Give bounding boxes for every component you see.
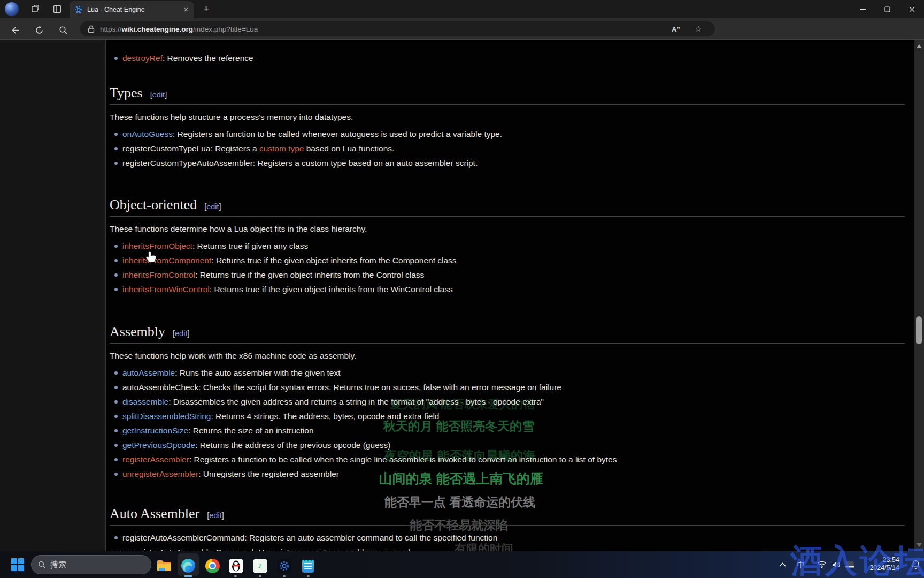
taskbar: 搜索 ♪	[0, 551, 924, 578]
address-bar[interactable]: https://wiki.cheatengine.org/index.php?t…	[80, 21, 715, 36]
bullet-dot	[114, 147, 118, 150]
bullet-list: inheritsFromObject: Returns true if give…	[110, 241, 905, 294]
edge-browser-icon[interactable]	[178, 555, 199, 576]
tray-chevron-icon[interactable]	[775, 551, 790, 578]
list-item-text: : Returns the address of the previous op…	[195, 440, 390, 450]
edit-link[interactable]: [edit]	[150, 90, 167, 99]
list-item-text: : Returns true if given any class	[192, 241, 308, 250]
wiki-section: Assembly[edit]These functions help work …	[110, 323, 905, 484]
wiki-link[interactable]: getPreviousOpcode	[122, 440, 195, 450]
back-icon[interactable]	[6, 22, 22, 38]
scrollbar-thumb[interactable]	[916, 316, 922, 344]
wiki-section: destroyRef: Removes the reference	[110, 46, 905, 68]
list-item-text: autoAssembleCheck: Checks the script for…	[122, 383, 561, 392]
maximize-button[interactable]	[875, 0, 899, 18]
read-aloud-icon[interactable]: A”	[668, 21, 684, 36]
list-item-text: : Removes the reference	[163, 54, 253, 63]
heading-text: Types	[110, 85, 143, 101]
browser-tab-active[interactable]: Lua - Cheat Engine ×	[70, 1, 194, 18]
section-heading: Types[edit]	[110, 85, 905, 105]
edit-link[interactable]: [edit]	[173, 329, 189, 338]
wiki-link[interactable]: registerAssembler	[122, 455, 189, 464]
taskbar-search-input[interactable]: 搜索	[31, 555, 151, 574]
list-item: inheritsFromControl: Returns true if the…	[110, 270, 905, 280]
list-item-text: : Returns true if the given object inher…	[211, 256, 456, 265]
wiki-link[interactable]: autoAssemble	[122, 368, 175, 377]
list-item: splitDisassembledString: Returns 4 strin…	[110, 412, 905, 421]
list-item-text: : Returns the size of an instruction	[188, 426, 313, 435]
list-item: getInstructionSize: Returns the size of …	[110, 426, 905, 436]
bullet-list: autoAssemble: Runs the auto assembler wi…	[110, 368, 905, 479]
wiki-link[interactable]: inheritsFromControl	[122, 270, 195, 279]
cheat-engine-favicon	[75, 6, 83, 14]
wiki-link[interactable]: unregisterAssembler	[122, 469, 198, 478]
list-item: onAutoGuess: Registers an function to be…	[110, 130, 905, 139]
url-text[interactable]: https://wiki.cheatengine.org/index.php?t…	[100, 25, 258, 33]
scroll-up-icon[interactable]	[917, 44, 922, 48]
wiki-link[interactable]: inheritsFromComponent	[122, 256, 211, 265]
bullet-dot	[114, 259, 118, 262]
list-item-text: : Returns true if the given object inher…	[210, 285, 453, 294]
bullet-list: destroyRef: Removes the reference	[110, 54, 905, 63]
bullet-dot	[114, 400, 118, 404]
close-button[interactable]	[899, 0, 924, 18]
heading-text: Assembly	[110, 324, 165, 339]
wiki-section: Types[edit]These functions help structur…	[110, 85, 905, 173]
minimize-button[interactable]	[850, 0, 875, 18]
list-item: registerCustomTypeLua: Registers a custo…	[110, 144, 905, 154]
wiki-content: destroyRef: Removes the reference Types[…	[110, 40, 905, 551]
wiki-link[interactable]: custom type	[259, 144, 304, 153]
wiki-link[interactable]: splitDisassembledString	[122, 412, 211, 421]
music-app-icon[interactable]: ♪	[249, 555, 271, 576]
list-item-text: registerCustomTypeLua: Registers a	[122, 144, 259, 153]
search-icon[interactable]	[55, 22, 71, 38]
wiki-link[interactable]: getInstructionSize	[122, 426, 188, 435]
list-item: unregisterAutoAssemblerCommand: Unregist…	[110, 547, 905, 551]
wiki-section: Auto Assembler[edit]registerAutoAssemble…	[110, 505, 905, 551]
qq-icon[interactable]	[225, 555, 247, 576]
bullet-dot	[114, 458, 118, 461]
notepad-icon[interactable]	[297, 555, 319, 576]
section-intro: These functions determine how a Lua obje…	[110, 224, 905, 234]
list-item: autoAssembleCheck: Checks the script for…	[110, 383, 905, 392]
bullet-dot	[114, 415, 118, 418]
bullet-dot	[114, 536, 118, 539]
browser-tabstrip: Lua - Cheat Engine × +	[0, 0, 924, 18]
desktop-screen: Lua - Cheat Engine × + https://wiki.che	[0, 0, 924, 578]
cheat-engine-taskbar-icon[interactable]	[273, 555, 295, 576]
list-item: disassemble: Disassembles the given addr…	[110, 397, 905, 407]
wiki-sidebar-gutter	[0, 40, 106, 551]
workspaces-icon[interactable]	[28, 2, 42, 16]
list-item-text: based on Lua functions.	[304, 144, 394, 153]
list-item-text: unregisterAutoAssemblerCommand: Unregist…	[122, 547, 410, 551]
chrome-icon[interactable]	[202, 555, 223, 576]
bullet-list: onAutoGuess: Registers an function to be…	[110, 130, 905, 168]
wiki-link[interactable]: onAutoGuess	[122, 130, 173, 139]
list-item-text: : Registers a function to be called when…	[189, 455, 617, 464]
wiki-link[interactable]: inheritsFromObject	[122, 241, 192, 250]
list-item: registerAutoAssemblerCommand: Registers …	[110, 533, 905, 543]
section-intro: These functions help structure a process…	[110, 112, 905, 122]
list-item: autoAssemble: Runs the auto assembler wi…	[110, 368, 905, 378]
wiki-link[interactable]: disassemble	[122, 397, 168, 406]
edit-link[interactable]: [edit]	[204, 202, 221, 211]
start-button-icon[interactable]	[11, 558, 25, 572]
list-item-text: : Disassembles the given address and ret…	[168, 397, 544, 406]
forum-watermark: 酒入论坛	[790, 539, 924, 578]
section-heading: Object-oriented[edit]	[110, 196, 905, 217]
profile-avatar[interactable]	[5, 2, 19, 16]
list-item-text: registerAutoAssemblerCommand: Registers …	[122, 533, 497, 542]
file-explorer-icon[interactable]	[153, 555, 175, 576]
tab-actions-icon[interactable]	[50, 2, 64, 16]
favorite-star-icon[interactable]: ☆	[690, 21, 706, 36]
page-scrollbar[interactable]	[914, 40, 924, 551]
wiki-link[interactable]: inheritsFromWinControl	[122, 285, 210, 294]
list-item: inheritsFromComponent: Returns true if t…	[110, 256, 905, 265]
tab-close-icon[interactable]: ×	[184, 6, 188, 13]
refresh-icon[interactable]	[31, 22, 47, 38]
edit-link[interactable]: [edit]	[207, 511, 224, 520]
section-heading: Auto Assembler[edit]	[110, 505, 905, 526]
bullet-dot	[114, 273, 118, 277]
wiki-link[interactable]: destroyRef	[122, 54, 163, 63]
new-tab-button[interactable]: +	[203, 3, 209, 15]
